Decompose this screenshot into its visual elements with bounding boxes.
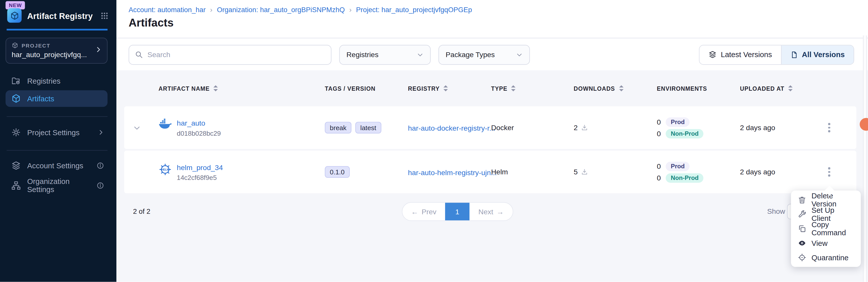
row-context-menu: Delete Version Set Up Client Copy Comman…	[791, 190, 861, 267]
search-input[interactable]	[148, 50, 326, 59]
column-label: ENVIRONMENTS	[657, 85, 707, 92]
downloads-count: 2	[574, 124, 578, 132]
gear-icon	[11, 127, 21, 137]
menu-item-label: View	[812, 239, 828, 247]
page-number-button[interactable]: 1	[445, 203, 469, 220]
sort-icon	[512, 85, 516, 91]
prev-arrow: ←	[411, 207, 418, 216]
chevron-down-icon	[516, 51, 523, 58]
project-selector[interactable]: PROJECT har_auto_projectjvfgq...	[6, 38, 107, 64]
menu-item-view[interactable]: View	[791, 236, 861, 250]
column-header-tags-version: TAGS / VERSION	[325, 85, 408, 92]
quarantine-icon	[798, 253, 807, 262]
chevron-right-icon	[95, 46, 102, 53]
eye-icon	[798, 239, 807, 248]
row-expander-chevron-icon[interactable]	[124, 124, 150, 132]
vertical-scrollbar[interactable]	[863, 35, 867, 282]
column-header-downloads[interactable]: DOWNLOADS	[574, 85, 657, 92]
search-icon	[135, 50, 143, 59]
column-label: TAGS / VERSION	[325, 85, 375, 92]
download-icon	[581, 124, 588, 131]
breadcrumb-project-link[interactable]: Project: har_auto_projectjvfgqOPGEp	[356, 6, 472, 14]
artifacts-box-icon	[11, 94, 21, 103]
file-icon	[790, 51, 798, 59]
artifact-name-link[interactable]: har_auto	[177, 118, 221, 128]
uploaded-at: 2 days ago	[740, 168, 816, 176]
app-grid-icon[interactable]	[100, 11, 109, 20]
tag-badge[interactable]: break	[325, 122, 351, 133]
sidebar-item-account-settings[interactable]: Account Settings	[6, 157, 107, 174]
artifact-registry-logo-icon	[7, 8, 22, 23]
column-header-environments: ENVIRONMENTS	[657, 85, 740, 92]
artifact-registry-app: NEW Artifact Registry PROJECT har_auto_p…	[0, 0, 868, 282]
artifact-name-link[interactable]: helm_prod_34	[177, 163, 223, 172]
tag-badge[interactable]: latest	[355, 122, 381, 133]
chevron-down-icon	[417, 51, 423, 58]
package-types-filter-dropdown[interactable]: Package Types	[439, 44, 530, 64]
sidebar-divider	[7, 116, 107, 117]
sort-icon	[444, 85, 448, 91]
column-header-registry[interactable]: REGISTRY	[408, 85, 491, 92]
menu-item-set-up-client[interactable]: Set Up Client	[791, 207, 861, 222]
toolbar: Registries Package Types Latest Versions…	[116, 39, 868, 70]
sidebar-item-label: Project Settings	[27, 128, 80, 136]
column-header-type[interactable]: TYPE	[491, 85, 574, 92]
version-badge[interactable]: 0.1.0	[325, 166, 349, 178]
pagination: 2 of 2 ← Prev 1 Next → Show	[124, 202, 856, 226]
page-title: Artifacts	[128, 17, 174, 29]
column-label: UPLOADED AT	[740, 85, 784, 92]
sidebar-item-label: Registries	[27, 77, 60, 85]
breadcrumb-separator: ›	[349, 6, 352, 14]
wrench-icon	[798, 210, 807, 219]
registry-link[interactable]: har-auto-docker-registry-r...	[408, 124, 495, 132]
column-label: ARTIFACT NAME	[159, 85, 210, 92]
latest-versions-button[interactable]: Latest Versions	[700, 45, 781, 64]
breadcrumb-account-link[interactable]: Account: automation_har	[128, 6, 206, 14]
column-header-artifact-name[interactable]: ARTIFACT NAME	[150, 85, 325, 92]
sidebar-item-project-settings[interactable]: Project Settings	[6, 124, 107, 141]
dropdown-label: Registries	[346, 50, 379, 59]
sidebar-divider	[7, 150, 107, 151]
next-arrow: →	[496, 207, 503, 216]
sidebar-item-organization-settings[interactable]: Organization Settings	[6, 177, 107, 194]
uploaded-at: 2 days ago	[740, 124, 816, 132]
sidebar-item-artifacts[interactable]: Artifacts	[6, 90, 107, 107]
sidebar: NEW Artifact Registry PROJECT har_auto_p…	[0, 0, 116, 282]
registries-filter-dropdown[interactable]: Registries	[339, 44, 431, 64]
registries-icon	[11, 76, 21, 86]
sidebar-item-registries[interactable]: Registries	[6, 73, 107, 89]
menu-item-delete-version[interactable]: Delete Version	[791, 193, 861, 207]
copy-icon	[798, 224, 807, 233]
pager: ← Prev 1 Next →	[402, 202, 514, 221]
latest-versions-label: Latest Versions	[721, 50, 772, 59]
menu-item-label: Delete Version	[812, 191, 854, 208]
row-actions-kebab-icon[interactable]	[816, 123, 838, 132]
menu-item-copy-command[interactable]: Copy Command	[791, 222, 861, 236]
row-actions-kebab-icon[interactable]	[816, 167, 838, 176]
breadcrumb: Account: automation_har › Organization: …	[128, 6, 472, 14]
all-versions-label: All Versions	[802, 50, 845, 59]
layers-icon	[709, 50, 717, 59]
info-icon[interactable]	[96, 182, 104, 189]
column-header-uploaded-at[interactable]: UPLOADED AT	[740, 85, 816, 92]
info-icon[interactable]	[96, 162, 104, 170]
breadcrumb-organization-link[interactable]: Organization: har_auto_orgBPiSNPMzhQ	[217, 6, 345, 14]
menu-item-quarantine[interactable]: Quarantine	[791, 250, 861, 265]
trash-icon	[798, 196, 807, 204]
prev-label: Prev	[422, 207, 437, 216]
sort-icon	[213, 85, 218, 91]
registry-link[interactable]: har-auto-helm-registry-ujn...	[408, 168, 497, 176]
nonprod-badge: Non-Prod	[666, 129, 704, 138]
all-versions-button[interactable]: All Versions	[781, 45, 854, 64]
downloads-count: 5	[574, 168, 578, 176]
next-label: Next	[478, 207, 493, 216]
table-header-row: ARTIFACT NAME TAGS / VERSION REGISTRY TY…	[124, 70, 856, 106]
artifact-digest: 14c2cf68f9e5	[177, 174, 223, 181]
project-cube-icon	[12, 42, 18, 49]
app-header: Artifact Registry	[7, 8, 108, 23]
sort-icon	[788, 85, 793, 91]
dropdown-label: Package Types	[446, 50, 495, 59]
menu-item-label: Set Up Client	[812, 206, 854, 223]
prev-page-button[interactable]: ← Prev	[402, 203, 445, 220]
next-page-button[interactable]: Next →	[469, 203, 513, 220]
